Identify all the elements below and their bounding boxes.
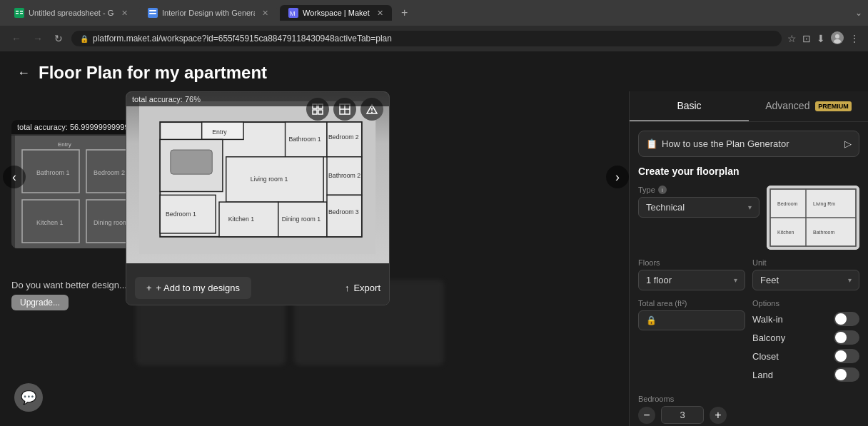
- add-to-designs-button[interactable]: + + Add to my designs: [135, 277, 251, 299]
- walk-in-toggle[interactable]: [834, 312, 859, 326]
- carousel-next-button[interactable]: ›: [606, 166, 629, 188]
- forward-button[interactable]: →: [30, 31, 46, 46]
- svg-rect-54: [327, 195, 362, 236]
- how-to-button[interactable]: 📋 How to use the Plan Generator ▷: [638, 131, 859, 157]
- svg-text:Bathroom 1: Bathroom 1: [289, 136, 321, 143]
- svg-text:Kitchen 1: Kitchen 1: [36, 219, 64, 226]
- create-section-title: Create your floorplan: [638, 166, 859, 177]
- unit-group: Unit Feet ▾: [752, 258, 859, 290]
- tab-close-1[interactable]: ✕: [121, 9, 128, 18]
- page-header: ← Floor Plan for my apartment: [0, 51, 868, 91]
- tab-advanced[interactable]: Advanced PREMIUM: [749, 91, 868, 121]
- carousel: total accuracy: 56.999999999999999% Bath…: [11, 91, 617, 263]
- svg-text:Bedroom 2: Bedroom 2: [94, 169, 125, 176]
- upgrade-section: Do you want better design... Upgrade...: [11, 280, 127, 310]
- upgrade-button[interactable]: Upgrade...: [11, 295, 69, 310]
- tab-close-3[interactable]: ✕: [377, 9, 383, 18]
- chat-icon: 💬: [21, 390, 36, 405]
- svg-text:Kitchen 1: Kitchen 1: [228, 215, 255, 223]
- sheets-icon: [14, 8, 24, 18]
- tab-interior[interactable]: Interior Design with Generati... ✕: [139, 5, 277, 21]
- closet-toggle[interactable]: [834, 349, 859, 363]
- back-button[interactable]: ←: [9, 31, 24, 46]
- plus-icon: +: [146, 283, 152, 293]
- carousel-prev-button[interactable]: ‹: [3, 166, 26, 188]
- unit-label: Unit: [752, 258, 859, 267]
- options-group: Options Walk-in Balcony Closet: [752, 299, 859, 386]
- export-icon: ↑: [345, 283, 350, 293]
- area-label: Total area (ft²): [638, 299, 745, 308]
- svg-rect-26: [318, 110, 323, 114]
- url-actions: ☆ ⊡ ⬇ ⋮: [787, 31, 859, 46]
- profile-icon[interactable]: [831, 31, 844, 46]
- bedrooms-plus-button[interactable]: +: [710, 407, 727, 424]
- tab-expand-button[interactable]: ⌄: [855, 8, 862, 18]
- tab-close-2[interactable]: ✕: [262, 9, 268, 18]
- tab-spreadsheet[interactable]: Untitled spreadsheet - Go... ✕: [6, 5, 136, 21]
- url-bar[interactable]: 🔒 platform.maket.ai/workspace?id=655f459…: [71, 31, 782, 46]
- walk-in-label: Walk-in: [752, 314, 783, 325]
- unit-select[interactable]: Feet ▾: [752, 270, 859, 290]
- panel-tabs: Basic Advanced PREMIUM: [630, 91, 868, 122]
- svg-rect-2: [20, 11, 23, 12]
- url-text: platform.maket.ai/workspace?id=655f45915…: [93, 34, 392, 44]
- balcony-label: Balcony: [752, 333, 785, 343]
- svg-text:M: M: [290, 10, 296, 17]
- type-group: Type i Technical ▾: [638, 186, 760, 218]
- bedrooms-minus-button[interactable]: −: [638, 407, 655, 424]
- doc-icon: [148, 8, 158, 18]
- bedrooms-group: Bedrooms − 3 +: [638, 395, 859, 424]
- right-panel: Basic Advanced PREMIUM 📋 How to use the …: [629, 91, 868, 426]
- type-select[interactable]: Technical ▾: [638, 197, 760, 218]
- bedrooms-label: Bedrooms: [638, 395, 859, 403]
- area-input[interactable]: 🔒: [638, 310, 745, 330]
- floor-plan-thumbnail: Bedroom Living Rm Kitchen Bathroom: [767, 186, 859, 250]
- svg-rect-7: [149, 13, 156, 14]
- tab-bar: Untitled spreadsheet - Go... ✕ Interior …: [0, 0, 868, 26]
- svg-text:Bathroom 1: Bathroom 1: [36, 169, 70, 176]
- option-land: Land: [752, 367, 859, 382]
- option-balcony: Balcony: [752, 330, 859, 345]
- balcony-toggle[interactable]: [834, 330, 859, 345]
- refresh-button[interactable]: ↻: [51, 31, 66, 46]
- type-chevron: ▾: [748, 203, 752, 211]
- svg-rect-3: [16, 13, 19, 14]
- extensions-icon[interactable]: ⊡: [802, 33, 811, 44]
- type-label: Type i: [638, 186, 760, 194]
- bookmark-icon[interactable]: ☆: [787, 33, 797, 44]
- options-title: Options: [752, 299, 859, 308]
- area-group: Total area (ft²) 🔒: [638, 299, 745, 330]
- floors-select[interactable]: 1 floor ▾: [638, 270, 745, 290]
- unit-chevron: ▾: [848, 276, 852, 284]
- type-row: Type i Technical ▾: [638, 186, 859, 250]
- arrow-icon: ▷: [844, 138, 852, 149]
- closet-label: Closet: [752, 351, 779, 362]
- floors-group: Floors 1 floor ▾: [638, 258, 745, 290]
- svg-text:Bedroom 1: Bedroom 1: [166, 211, 196, 218]
- svg-point-32: [371, 112, 373, 113]
- svg-text:Entry: Entry: [58, 141, 71, 148]
- tab-maket[interactable]: M Workspace | Maket ✕: [280, 5, 392, 21]
- svg-text:Entry: Entry: [213, 128, 228, 136]
- back-arrow-button[interactable]: ←: [17, 66, 30, 81]
- svg-point-12: [834, 39, 841, 44]
- bedrooms-row: − 3 +: [638, 406, 859, 424]
- option-walk-in: Walk-in: [752, 312, 859, 326]
- chat-bubble-button[interactable]: 💬: [14, 383, 43, 412]
- export-button[interactable]: ↑ Export: [345, 277, 380, 299]
- svg-rect-4: [20, 13, 23, 14]
- upgrade-text: Do you want better design...: [11, 280, 127, 290]
- option-closet: Closet: [752, 349, 859, 363]
- svg-text:Dining room: Dining room: [94, 219, 128, 226]
- area-lock-icon: 🔒: [646, 315, 657, 325]
- designs-area: total accuracy: 56.999999999999999% Bath…: [0, 91, 629, 426]
- menu-icon[interactable]: ⋮: [849, 33, 859, 44]
- floors-chevron: ▾: [734, 276, 737, 284]
- tab-basic[interactable]: Basic: [630, 91, 749, 121]
- how-to-label: How to use the Plan Generator: [662, 138, 789, 149]
- new-tab-button[interactable]: +: [395, 3, 415, 23]
- floors-unit-row: Floors 1 floor ▾ Unit Feet ▾: [638, 258, 859, 290]
- svg-text:Living Rm: Living Rm: [813, 201, 835, 207]
- land-toggle[interactable]: [834, 367, 859, 382]
- download-icon[interactable]: ⬇: [817, 33, 825, 44]
